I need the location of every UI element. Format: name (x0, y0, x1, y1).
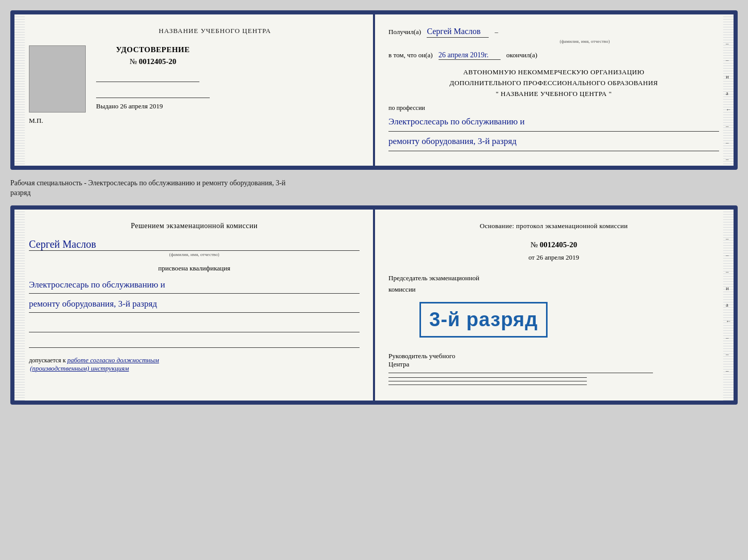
qual-line2: ремонту оборудования, 3-й разряд (29, 296, 360, 313)
cert-title: УДОСТОВЕРЕНИЕ (96, 45, 210, 54)
cert-issued: Выдано 26 апреля 2019 (96, 98, 210, 110)
photo-placeholder (29, 45, 86, 113)
stamp-text: 3-й разряд (429, 309, 538, 330)
small-line-2 (388, 381, 587, 381)
issued-label: Выдано (96, 102, 118, 110)
small-line-1 (388, 377, 587, 378)
org-quote-open: " (496, 90, 499, 98)
fio-subtitle-bottom: (фамилия, имя, отчество) (29, 252, 360, 257)
org-name-line: " НАЗВАНИЕ УЧЕБНОГО ЦЕНТРА " (388, 89, 719, 100)
profession-line1: Электрослесарь по обслуживанию и (388, 114, 719, 132)
stamp-box: 3-й разряд (419, 302, 548, 338)
proto-date: от 26 апреля 2019 (388, 253, 719, 262)
received-line: Получил(а) Сергей Маслов – (фамилия, имя… (388, 27, 719, 44)
org-name: НАЗВАНИЕ УЧЕБНОГО ЦЕНТРА (501, 90, 606, 98)
cert-info-block: УДОСТОВЕРЕНИЕ № 0012405-20 Выдано 26 апр… (96, 45, 210, 110)
doc-left-bottom: Решением экзаменационной комиссии Сергей… (14, 210, 374, 401)
issued-date: 26 апреля 2019 (120, 102, 163, 110)
proto-number: № 0012405-20 (388, 241, 719, 249)
okonchill: окончил(а) (506, 51, 537, 59)
dash-top: – (495, 28, 498, 36)
profession-line2: ремонту оборудования, 3-й разряд (388, 134, 719, 151)
sig-line-2 (29, 338, 360, 348)
document-card-bottom: Решением экзаменационной комиссии Сергей… (10, 205, 738, 405)
document-card-top: НАЗВАНИЕ УЧЕБНОГО ЦЕНТРА УДОСТОВЕРЕНИЕ №… (10, 10, 738, 170)
cert-number: № 0012405-20 (96, 57, 210, 66)
doc-right-bottom: – – – и а ← – – – Основание: протокол эк… (374, 210, 734, 401)
left-col-title: Решением экзаменационной комиссии (29, 222, 360, 230)
prisvoena-line: присвоена квалификация (29, 264, 360, 273)
received-label: Получил(а) (388, 28, 421, 36)
vtom-prefix: в том, что он(а) (388, 51, 433, 59)
between-label: Рабочая специальность - Электрослесарь п… (10, 176, 738, 199)
fio-subtitle-top: (фамилия, имя, отчество) (450, 39, 719, 44)
proto-no-prefix: № (531, 241, 538, 249)
fio-handwritten-top: Сергей Маслов (427, 27, 489, 38)
org-quote-close: " (609, 90, 612, 98)
fio-handwritten-bottom: Сергей Маслов (29, 238, 360, 251)
cert-no-prefix: № (130, 57, 137, 66)
center-title-top: НАЗВАНИЕ УЧЕБНОГО ЦЕНТРА (70, 27, 360, 35)
vtom-line: в том, что он(а) 26 апреля 2019г. окончи… (388, 51, 719, 60)
centra-label: Центра (388, 360, 719, 369)
between-line2: разряд (10, 188, 738, 198)
ot-prefix: от (528, 253, 535, 261)
h-line-1 (388, 373, 653, 373)
qualification-block: Электрослесарь по обслуживанию и ремонту… (29, 277, 360, 313)
doc-right-top: – – и а ← – – – – Получил(а) Сергей Масл… (374, 14, 734, 166)
edge-letters-top: – – и а ← – – – – (726, 40, 731, 170)
org-line1: АВТОНОМНУЮ НЕКОММЕРЧЕСКУЮ ОРГАНИЗАЦИЮ (388, 67, 719, 78)
komissii-label: комиссии (388, 285, 719, 294)
osnovanie-title: Основание: протокол экзаменационной коми… (388, 222, 719, 230)
between-line1: Рабочая специальность - Электрослесарь п… (10, 178, 738, 188)
org-text: АВТОНОМНУЮ НЕКОММЕРЧЕСКУЮ ОРГАНИЗАЦИЮ ДО… (388, 67, 719, 99)
org-line2: ДОПОЛНИТЕЛЬНОГО ПРОФЕССИОНАЛЬНОГО ОБРАЗО… (388, 78, 719, 89)
po-professii: по профессии (388, 104, 719, 112)
qual-line1: Электрослесарь по обслуживанию и (29, 277, 360, 294)
page-wrapper: НАЗВАНИЕ УЧЕБНОГО ЦЕНТРА УДОСТОВЕРЕНИЕ №… (10, 10, 738, 405)
vtom-date: 26 апреля 2019г. (439, 51, 501, 60)
fio-section: Сергей Маслов (фамилия, имя, отчество) (29, 238, 360, 257)
signature-lines (29, 322, 360, 348)
cert-no-value: 0012405-20 (139, 57, 177, 66)
profession-block: Электрослесарь по обслуживанию и ремонту… (388, 114, 719, 151)
dopuskaetsya-prefix: допускается к (29, 357, 66, 364)
ot-date: 26 апреля 2019 (536, 253, 579, 261)
proto-no-value: 0012405-20 (540, 241, 578, 249)
edge-letters-bottom: – – – и а ← – – – (726, 235, 731, 374)
rukovoditel: Руководитель учебного Центра (388, 352, 719, 369)
doc-left-top: НАЗВАНИЕ УЧЕБНОГО ЦЕНТРА УДОСТОВЕРЕНИЕ №… (14, 14, 374, 166)
small-line-3 (388, 385, 587, 385)
mp-label: М.П. (29, 117, 360, 125)
rukovoditel-label: Руководитель учебного (388, 352, 719, 360)
dopuskaetsya-section: допускается к работе согласно должностны… (29, 356, 360, 373)
dopuskaetsya-val: работе согласно должностным (67, 356, 159, 364)
sig-line-1 (29, 322, 360, 332)
dopuskaetsya-val2: (производственным) инструкциям (30, 364, 129, 372)
predsedatel-label: Председатель экзаменационной (388, 274, 719, 282)
